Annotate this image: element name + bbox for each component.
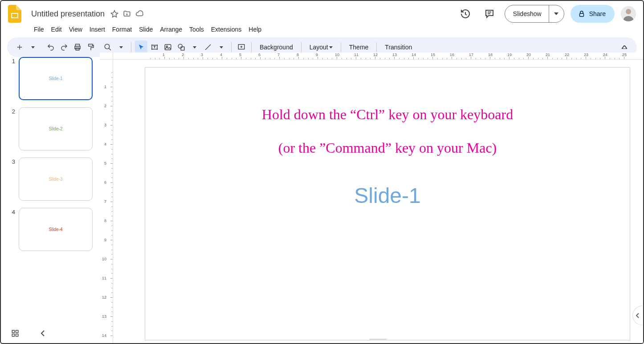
thumb-label: Slide-3 <box>49 177 62 182</box>
svg-rect-32 <box>12 334 14 336</box>
thumb-row-3: 3Slide-3 <box>10 158 100 201</box>
menu-help[interactable]: Help <box>245 24 265 35</box>
slide-thumbnail-4[interactable]: Slide-4 <box>19 208 93 251</box>
account-avatar[interactable] <box>621 6 636 21</box>
vruler-tick-label: 1 <box>104 85 106 89</box>
svg-line-14 <box>109 48 111 50</box>
vruler-tick-label: 2 <box>104 104 106 108</box>
vruler-tick-label: 14 <box>102 333 106 338</box>
print-button[interactable] <box>71 40 84 54</box>
menu-insert[interactable]: Insert <box>86 24 109 35</box>
menu-edit[interactable]: Edit <box>48 24 65 35</box>
svg-line-26 <box>205 45 211 50</box>
vruler-tick-label: 7 <box>104 199 106 204</box>
menu-slide[interactable]: Slide <box>135 24 156 35</box>
slide-thumbnail-1[interactable]: Slide-1 <box>19 57 93 100</box>
thumb-number: 1 <box>10 57 15 100</box>
slide-canvas[interactable]: Hold down the “Ctrl” key on your keyboar… <box>145 68 630 340</box>
menu-extensions[interactable]: Extensions <box>208 24 245 35</box>
hruler-tick-label: 4 <box>220 53 222 57</box>
thumb-number: 3 <box>10 158 15 201</box>
menu-arrange[interactable]: Arrange <box>156 24 186 35</box>
speaker-notes-handle[interactable] <box>369 339 387 340</box>
hruler-tick-label: 16 <box>450 53 454 57</box>
hruler-tick-label: 5 <box>239 53 241 57</box>
select-tool[interactable] <box>135 40 147 54</box>
separator <box>131 42 131 52</box>
comments-icon[interactable] <box>481 5 498 23</box>
hruler-tick-label: 17 <box>469 53 473 57</box>
share-button[interactable]: Share <box>571 5 615 23</box>
cloud-saved-icon[interactable] <box>135 9 144 18</box>
move-folder-icon[interactable] <box>122 9 131 18</box>
collapse-filmstrip-button[interactable] <box>37 328 48 339</box>
grid-view-button[interactable] <box>10 328 20 339</box>
undo-button[interactable] <box>45 40 57 54</box>
line-dropdown[interactable] <box>215 40 228 54</box>
hruler-tick-label: 15 <box>431 53 435 57</box>
vruler-tick-label: 8 <box>104 219 106 223</box>
line-tool[interactable] <box>202 40 214 54</box>
slide-thumbnail-3[interactable]: Slide-3 <box>19 158 93 201</box>
menu-view[interactable]: View <box>65 24 86 35</box>
vertical-ruler[interactable]: 1234567891011121314 <box>100 60 113 343</box>
menu-file[interactable]: File <box>30 24 48 35</box>
redo-button[interactable] <box>58 40 70 54</box>
slideshow-button[interactable]: Slideshow <box>505 5 549 22</box>
background-button[interactable]: Background <box>255 40 298 54</box>
hruler-tick-label: 10 <box>335 53 339 57</box>
separator <box>376 42 377 52</box>
menu-tools[interactable]: Tools <box>186 24 208 35</box>
shape-dropdown[interactable] <box>188 40 201 54</box>
transition-button[interactable]: Transition <box>380 40 416 54</box>
canvas-area: 1234567891011121314151617181920212223242… <box>100 53 643 343</box>
doc-title[interactable]: Untitled presentation <box>29 9 106 19</box>
shape-tool[interactable] <box>175 40 187 54</box>
star-icon[interactable] <box>110 9 119 18</box>
menu-bar: FileEditViewInsertFormatSlideArrangeTool… <box>1 23 643 37</box>
layout-button[interactable]: Layout <box>305 40 337 54</box>
hruler-tick-label: 24 <box>603 53 607 57</box>
thumb-number: 2 <box>10 107 15 150</box>
new-slide-button[interactable] <box>13 40 26 54</box>
svg-rect-12 <box>89 44 93 46</box>
svg-rect-1 <box>12 14 17 17</box>
new-slide-dropdown[interactable] <box>27 40 39 54</box>
svg-rect-4 <box>579 13 583 16</box>
slide-main-text: Slide-1 <box>145 183 630 208</box>
hruler-tick-label: 11 <box>354 53 359 57</box>
hruler-tick-label: 12 <box>373 53 378 57</box>
vruler-tick-label: 12 <box>102 295 106 299</box>
paint-format-button[interactable] <box>85 40 97 54</box>
svg-rect-31 <box>16 330 18 332</box>
menu-format[interactable]: Format <box>109 24 135 35</box>
slides-logo[interactable] <box>6 5 23 22</box>
slideshow-dropdown[interactable] <box>549 5 564 22</box>
share-label: Share <box>589 10 606 17</box>
textbox-tool[interactable] <box>148 40 161 54</box>
lock-icon <box>578 10 586 18</box>
annotation-line-2: (or the ”Command” key on your Mac) <box>145 137 630 159</box>
vruler-tick-label: 3 <box>104 123 106 127</box>
vruler-tick-label: 11 <box>102 276 106 280</box>
history-icon[interactable] <box>457 5 474 23</box>
hruler-tick-label: 1 <box>163 53 165 57</box>
collapse-toolbar-button[interactable] <box>618 40 631 54</box>
hruler-tick-label: 21 <box>546 53 550 57</box>
zoom-button[interactable] <box>102 40 114 54</box>
horizontal-ruler[interactable]: 1234567891011121314151617181920212223242… <box>113 53 643 60</box>
zoom-dropdown[interactable] <box>115 40 127 54</box>
vruler-tick-label: 9 <box>104 238 106 242</box>
slide-thumbnail-2[interactable]: Slide-2 <box>19 107 93 150</box>
slideshow-button-group: Slideshow <box>505 5 564 23</box>
hruler-tick-label: 6 <box>258 53 261 57</box>
svg-rect-25 <box>181 47 184 50</box>
svg-point-24 <box>178 44 182 48</box>
hruler-tick-label: 19 <box>507 53 512 57</box>
image-tool[interactable] <box>162 40 174 54</box>
comment-tool[interactable] <box>235 40 248 54</box>
thumb-row-1: 1Slide-1 <box>10 57 100 100</box>
vruler-tick-label: 5 <box>104 161 106 166</box>
separator <box>341 42 341 52</box>
theme-button[interactable]: Theme <box>345 40 373 54</box>
